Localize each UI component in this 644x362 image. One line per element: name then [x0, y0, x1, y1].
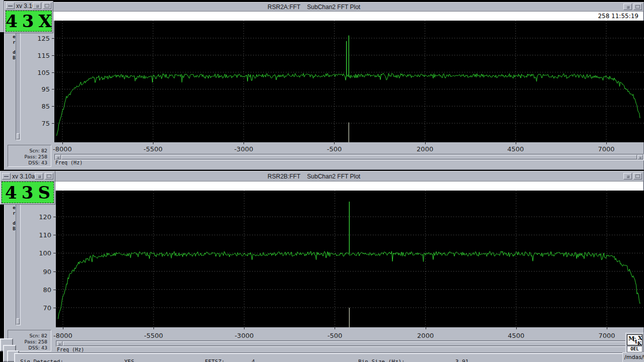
rsr2a-titlebar[interactable]: RSR2A:FFT SubChan2 FFT Plot	[5, 3, 643, 12]
rsr2b-titlebar[interactable]: RSR2B:FFT SubChan2 FFT Plot	[5, 171, 643, 182]
xv1-titlebar[interactable]: xv 3.10a(	[5, 2, 53, 11]
scan-number: Scn: 82	[8, 148, 47, 154]
x-axis-scrollbar[interactable]	[54, 154, 644, 160]
x-tick-label: 4500	[507, 145, 524, 153]
spectrum-svg	[54, 21, 644, 142]
x-axis-scrollbar[interactable]	[56, 340, 644, 347]
x-tick-mark	[334, 142, 335, 144]
y-tick-label: 120	[39, 213, 51, 221]
y-tick-label: 100	[39, 249, 51, 257]
y-tick-label: 70	[43, 304, 51, 311]
y-tick-mark	[53, 308, 56, 308]
x-tick-mark	[607, 327, 607, 329]
xv2-titlebar[interactable]: xv 3.10a(F	[1, 171, 55, 182]
pass-number: Pass: 258	[8, 339, 47, 345]
y-tick-mark	[53, 217, 56, 217]
x-tick-mark	[62, 142, 63, 144]
xv-window-43x: xv 3.10a( 43X	[4, 1, 53, 33]
y-tick-mark	[52, 89, 54, 89]
y-tick-mark	[53, 253, 56, 253]
spectrum-trace	[57, 73, 640, 136]
x-tick-label: 7000	[598, 145, 614, 153]
scroll-left-arrow[interactable]	[57, 341, 62, 346]
y-tick-label: 110	[39, 231, 51, 239]
y-tick-label: 115	[37, 51, 50, 59]
x-tick-label: -8000	[53, 332, 72, 339]
signal-status-bar: Sig Detected: YES FFTSZ: 4 Bin Size (Hz)…	[14, 353, 644, 362]
sig-detected-value: YES	[124, 358, 134, 362]
spectrum-svg	[56, 191, 644, 327]
y-axis-scrollbar-thumb[interactable]	[17, 318, 20, 324]
x-tick-label: -3000	[234, 145, 253, 153]
scroll-left-arrow[interactable]	[55, 155, 61, 159]
scan-info-box: Scn: 82 Pass: 258 DSS: 43	[8, 145, 51, 167]
x-tick-label: 4500	[508, 332, 524, 339]
iconify-button[interactable]	[33, 3, 41, 9]
y-tick-mark	[53, 272, 56, 272]
fftsz-value: 4	[252, 358, 255, 362]
minimize-button[interactable]	[6, 3, 15, 9]
timestamp-strip: 258 11:55:19	[5, 12, 643, 21]
timestamp-strip	[5, 182, 643, 191]
maximize-button[interactable]	[633, 4, 642, 10]
x-tick-mark	[425, 142, 426, 144]
mclk-letter-x: X	[638, 335, 642, 341]
xv-window-43s: xv 3.10a(F 43S	[0, 171, 55, 205]
sig-detected-label: Sig Detected:	[20, 358, 63, 362]
x-tick-mark	[516, 327, 517, 329]
bin-size-label: Bin Size (Hz):	[358, 358, 405, 362]
xv1-window-title: xv 3.10a(	[16, 3, 33, 10]
x-tick-label: -3000	[234, 332, 254, 339]
rsr2a-spectrum-plot	[54, 21, 644, 142]
x-tick-mark	[153, 142, 153, 144]
maximize-button[interactable]	[45, 173, 53, 179]
fftsz-label: FFTSZ:	[205, 358, 225, 362]
x-tick-label: -500	[327, 145, 342, 153]
x-axis-label: Freq (Hz)	[57, 347, 84, 352]
scan-number: Scn: 82	[8, 333, 47, 339]
fft-window-rsr2b: RSR2B:FFT SubChan2 FFT Plot PowerdB Scn:…	[4, 171, 644, 353]
y-tick-mark	[53, 235, 56, 235]
y-axis-scrollbar[interactable]	[16, 193, 21, 325]
scroll-right-arrow[interactable]	[637, 155, 643, 159]
bin-size-value: 3.91	[455, 358, 469, 362]
mdas-window-fragment[interactable]: /mdas/t	[622, 352, 644, 362]
x-tick-label: 2000	[417, 332, 434, 339]
x-tick-label: 2000	[417, 145, 433, 153]
mclk-icon-window[interactable]: M C L K X OEL	[625, 333, 644, 353]
y-tick-label: 80	[43, 286, 51, 293]
x-tick-mark	[153, 327, 154, 329]
maximize-button[interactable]	[43, 3, 51, 9]
x-axis-scrollbar-thumb[interactable]	[63, 341, 637, 346]
x-tick-mark	[426, 327, 426, 329]
x-tick-label: 7000	[598, 332, 615, 339]
iconify-button[interactable]	[623, 173, 632, 179]
y-tick-label: 125	[37, 34, 50, 42]
y-tick-mark	[52, 123, 54, 124]
x-tick-mark	[244, 327, 245, 329]
antenna-label-43s: 43S	[2, 182, 54, 203]
y-axis-scrollbar-thumb[interactable]	[17, 133, 20, 139]
x-tick-label: -5500	[144, 332, 163, 339]
y-tick-mark	[52, 72, 54, 73]
x-axis-scrollbar-thumb[interactable]	[61, 155, 637, 159]
oel-label: OEL	[627, 346, 642, 352]
xv2-window-title: xv 3.10a(F	[12, 173, 35, 180]
x-axis-label: Freq (Hz)	[55, 160, 83, 165]
maximize-button[interactable]	[633, 173, 642, 179]
y-tick-mark	[52, 106, 54, 107]
y-axis-scrollbar[interactable]	[16, 22, 21, 140]
pass-number: Pass: 258	[8, 154, 47, 160]
y-tick-mark	[52, 38, 54, 39]
antenna-label-43x: 43X	[6, 11, 52, 32]
x-tick-mark	[516, 142, 516, 144]
x-tick-mark	[244, 142, 244, 144]
y-tick-mark	[53, 290, 56, 290]
mclk-icon: M C L K X	[627, 334, 642, 345]
minimize-button[interactable]	[2, 173, 11, 179]
x-tick-label: -500	[328, 332, 343, 339]
dss-number: DSS: 43	[8, 160, 47, 166]
fft-window-rsr2a: RSR2A:FFT SubChan2 FFT Plot 258 11:55:19…	[4, 2, 644, 170]
iconify-button[interactable]	[623, 4, 632, 10]
iconify-button[interactable]	[35, 173, 43, 179]
